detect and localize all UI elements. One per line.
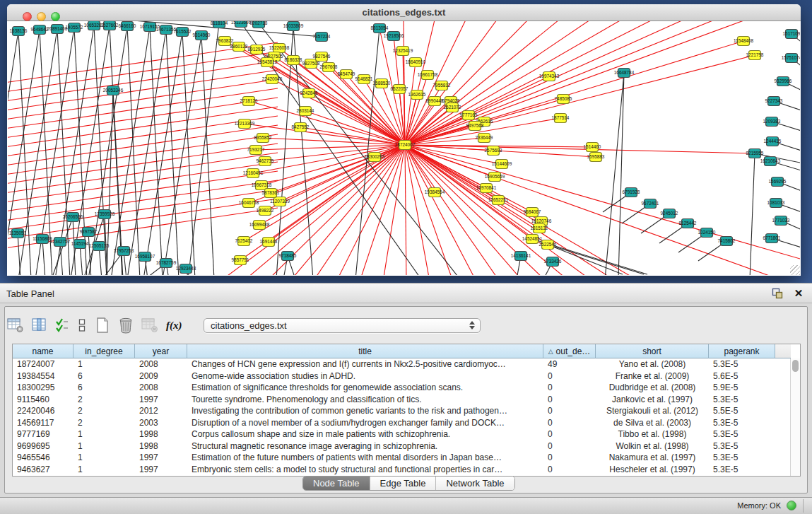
cell-year[interactable]: 1998 <box>135 440 187 452</box>
graph-edge[interactable] <box>405 145 755 153</box>
cell-pagerank[interactable]: 5.3E-5 <box>709 358 775 370</box>
graph-edge[interactable] <box>405 145 539 228</box>
graph-edge[interactable] <box>405 145 548 245</box>
graph-node-teal[interactable]: 6791928 <box>623 188 640 197</box>
cell-year[interactable]: 1998 <box>135 428 187 440</box>
graph-node-teal[interactable]: 9202718 <box>250 21 268 28</box>
float-window-icon[interactable] <box>771 287 784 300</box>
graph-node-yellow[interactable]: 1514460 <box>584 143 601 152</box>
cell-name[interactable]: 18724007 <box>13 358 73 370</box>
graph-node-yellow[interactable]: 1877514 <box>552 114 570 123</box>
new-column-icon[interactable] <box>95 317 110 334</box>
scrollbar-thumb[interactable] <box>792 360 799 372</box>
cell-pagerank[interactable]: 5.6E-5 <box>709 370 775 382</box>
graph-node-yellow[interactable]: 7955812 <box>433 81 451 90</box>
graph-node-yellow[interactable]: 8454749 <box>338 70 355 79</box>
vertical-scrollbar[interactable] <box>790 358 800 476</box>
graph-node-yellow[interactable]: 1595883 <box>587 153 605 162</box>
cell-name[interactable]: 14569117 <box>13 417 73 429</box>
graph-node-yellow[interactable]: 9497568 <box>466 122 484 131</box>
graph-node-teal[interactable]: 8118104 <box>211 21 228 28</box>
column-header-short[interactable]: short <box>596 344 709 358</box>
graph-node-yellow[interactable]: 8990448 <box>426 97 444 106</box>
graph-node-yellow[interactable]: 9146821 <box>355 75 373 84</box>
graph-node-yellow[interactable]: 11207339 <box>270 197 290 206</box>
cell-pagerank[interactable]: 5.3E-5 <box>709 394 775 406</box>
cell-title[interactable]: Genome-wide association studies in ADHD. <box>187 370 543 382</box>
cell-year[interactable]: 2003 <box>135 417 187 429</box>
cell-out_de[interactable]: 0 <box>543 417 596 429</box>
graph-node-yellow[interactable]: 1498222 <box>257 206 274 216</box>
graph-edge[interactable] <box>405 145 500 275</box>
graph-node-yellow[interactable]: 7193217 <box>247 146 265 155</box>
graph-edge[interactable] <box>272 79 405 145</box>
graph-node-yellow[interactable]: 8860128 <box>230 42 248 52</box>
cell-name[interactable]: 9777169 <box>13 428 73 440</box>
graph-node-yellow[interactable]: 12160491 <box>243 169 264 178</box>
graph-node-yellow[interactable]: 2336449 <box>476 134 493 143</box>
column-visibility-icon[interactable] <box>32 317 47 334</box>
tab-edge-table[interactable]: Edge Table <box>370 477 437 490</box>
graph-node-yellow[interactable]: 7625402 <box>235 237 253 246</box>
cell-year[interactable]: 1997 <box>135 464 187 476</box>
cell-name[interactable]: 18300295 <box>13 382 73 394</box>
graph-node-yellow[interactable]: 9462735 <box>257 157 274 166</box>
table-row[interactable]: 1456911722003Disruption of a novel membe… <box>13 417 791 429</box>
graph-node-yellow[interactable]: 12213369 <box>235 119 255 129</box>
graph-edge[interactable] <box>42 239 45 275</box>
graph-node-yellow[interactable]: 8186328 <box>285 56 302 65</box>
graph-node-yellow[interactable]: 8355852 <box>254 134 272 143</box>
cell-in_degree[interactable]: 1 <box>73 452 135 464</box>
network-graph[interactable]: 1638136964864220891406140557210653287152… <box>8 21 800 275</box>
graph-node-teal[interactable]: 1244415 <box>764 137 782 146</box>
table-row[interactable]: 977716911998Corpus callosum shape and si… <box>13 428 791 440</box>
graph-node-teal[interactable]: 15123606 <box>231 21 252 28</box>
graph-node-yellow[interactable]: 2803144 <box>297 107 314 116</box>
graph-node-teal[interactable]: 12923448 <box>176 264 196 274</box>
graph-edge[interactable] <box>405 145 800 262</box>
graph-node-yellow[interactable]: 15226058 <box>269 44 290 53</box>
cell-in_degree[interactable]: 1 <box>73 428 135 440</box>
graph-edge[interactable] <box>313 145 405 275</box>
cell-in_degree[interactable]: 1 <box>73 440 135 452</box>
cell-short[interactable]: Dudbridge et al. (2008) <box>596 382 709 394</box>
cell-pagerank[interactable]: 5.3E-5 <box>709 428 775 440</box>
cell-title[interactable]: Changes of HCN gene expression and I(f) … <box>187 358 543 370</box>
cell-in_degree[interactable]: 1 <box>73 358 135 370</box>
graph-node-teal[interactable]: 20053346 <box>103 86 124 95</box>
graph-node-teal[interactable]: 8215955 <box>746 149 764 158</box>
cell-out_de[interactable]: 0 <box>543 370 596 382</box>
tab-node-table[interactable]: Node Table <box>303 477 370 490</box>
table-mode-icon[interactable] <box>7 317 24 334</box>
cell-year[interactable]: 1997 <box>135 452 187 464</box>
graph-node-teal[interactable]: 9648642 <box>31 25 49 35</box>
graph-node-teal[interactable]: 1733426 <box>544 257 562 267</box>
graph-node-teal[interactable]: 9314960 <box>193 31 211 40</box>
network-canvas[interactable]: 1638136964864220891406140557210653287152… <box>8 21 800 275</box>
column-header-pagerank[interactable]: pagerank <box>709 344 775 358</box>
cell-short[interactable]: Wolkin et al. (1998) <box>596 440 709 452</box>
cell-year[interactable]: 1997 <box>135 394 187 406</box>
graph-node-yellow[interactable]: 1362615 <box>408 90 426 100</box>
graph-node-yellow[interactable]: 1691448 <box>260 238 278 247</box>
graph-node-yellow[interactable]: 9684067 <box>524 208 541 217</box>
graph-node-yellow[interactable]: 1621072 <box>444 103 461 112</box>
graph-node-yellow[interactable]: 2718126 <box>240 97 258 106</box>
cell-out_de[interactable]: 0 <box>543 394 596 406</box>
graph-edge[interactable] <box>383 145 405 275</box>
column-header-in_degree[interactable]: in_degree <box>73 344 135 358</box>
graph-node-teal[interactable]: 1209383 <box>763 117 781 127</box>
graph-node-yellow[interactable]: 11548408 <box>734 37 753 46</box>
cell-name[interactable]: 9115460 <box>13 394 73 406</box>
cell-year[interactable]: 2008 <box>135 358 187 370</box>
graph-node-yellow[interactable]: 18640910 <box>406 58 426 67</box>
graph-node-teal[interactable]: 20891406 <box>47 25 68 34</box>
graph-node-teal[interactable]: 16782759 <box>156 259 177 268</box>
table-row[interactable]: 911546021997Tourette syndrome. Phenomeno… <box>13 394 791 406</box>
cell-in_degree[interactable]: 6 <box>73 382 135 394</box>
table-row[interactable]: 946554611997Estimation of the future num… <box>13 452 791 464</box>
column-select-checklist-icon[interactable] <box>55 317 69 334</box>
table-row[interactable]: 946362711997Embryonic stem cells: a mode… <box>13 464 791 476</box>
cell-in_degree[interactable]: 2 <box>73 405 135 417</box>
tab-network-table[interactable]: Network Table <box>436 477 514 490</box>
